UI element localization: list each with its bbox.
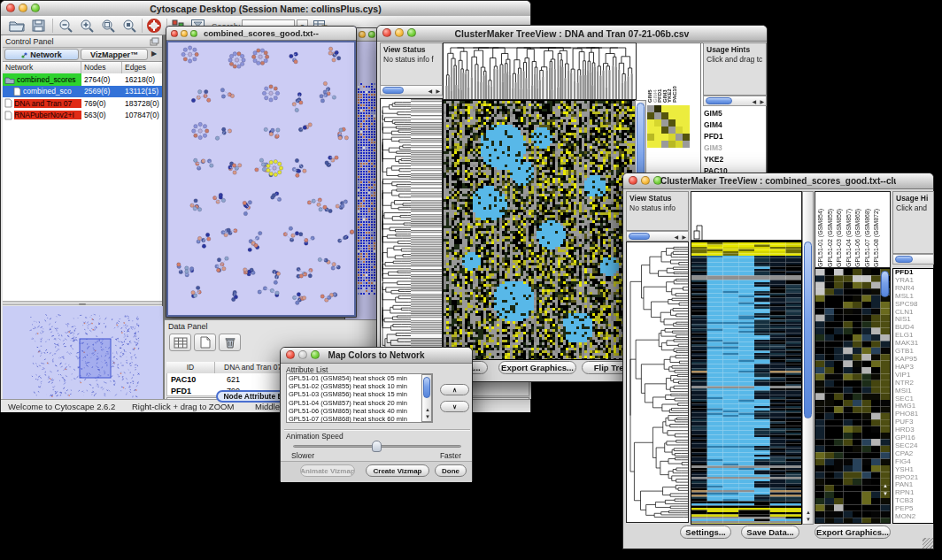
- heatmap-panel[interactable]: [691, 242, 802, 525]
- correlation-matrix-canvas[interactable]: [647, 105, 690, 148]
- column-dendrogram-canvas[interactable]: [691, 192, 801, 240]
- zoom-button[interactable]: [190, 30, 197, 37]
- col-edges[interactable]: Edges: [122, 62, 162, 73]
- col-network[interactable]: Network: [3, 62, 81, 73]
- usage-hints-hscrollbar[interactable]: ◀ ▶: [703, 96, 767, 106]
- close-button[interactable]: [286, 350, 295, 359]
- detail-heatmap-canvas[interactable]: [815, 269, 890, 523]
- scroll-up-arrow[interactable]: ▲: [425, 407, 430, 412]
- row-dendrogram-canvas[interactable]: [627, 242, 688, 522]
- row-dendrogram-panel[interactable]: [380, 98, 443, 358]
- animate-vizmap-button[interactable]: Animate Vizmap: [300, 464, 355, 477]
- done-button[interactable]: Done: [435, 464, 467, 477]
- close-button[interactable]: [382, 28, 391, 37]
- col-nodes[interactable]: Nodes: [81, 62, 122, 73]
- network-row-4[interactable]: RNAPuberNov2+I563(0)107847(0): [3, 110, 162, 122]
- zoom-button[interactable]: [368, 31, 375, 38]
- minimize-button[interactable]: [19, 4, 27, 12]
- row-label-YKE2[interactable]: YKE2: [701, 154, 767, 165]
- hscrollbar-thumb[interactable]: [382, 87, 404, 94]
- tab-vizmapper[interactable]: VizMapper™: [81, 49, 148, 60]
- new-attribute-button[interactable]: [194, 334, 216, 351]
- attribute-list-vscrollbar[interactable]: ▲ ▼: [421, 374, 432, 422]
- close-button[interactable]: [6, 4, 15, 12]
- vscrollbar-thumb[interactable]: [804, 242, 812, 418]
- network-row-2[interactable]: combined_sco2569(6)13112(15): [3, 86, 162, 98]
- zoom-out-icon[interactable]: [58, 18, 74, 34]
- close-button[interactable]: [629, 176, 637, 185]
- network-window-titlebar[interactable]: combined_scores_good.txt--cluste...: [166, 27, 356, 41]
- treeview-dna-titlebar[interactable]: ClusterMaker TreeView : DNA and Tran 07-…: [377, 26, 767, 42]
- save-icon[interactable]: [31, 19, 47, 33]
- column-label-GPL51-01[interactable]: GPL51-01 (GSM854): [817, 192, 827, 267]
- column-label-GPL51-07[interactable]: GPL51-07 (GSM868): [864, 192, 874, 267]
- export-graphics-button[interactable]: Export Graphics...: [498, 361, 576, 374]
- heatmap-vscrollbar[interactable]: ▲ ▼: [802, 191, 814, 525]
- row-label-PFD1[interactable]: PFD1: [701, 131, 767, 142]
- hscrollbar-thumb[interactable]: [706, 97, 732, 104]
- minimize-button[interactable]: [641, 176, 650, 185]
- heatmap-panel[interactable]: [443, 100, 637, 360]
- column-label-GPL51-04[interactable]: GPL51-04 (GSM857): [845, 192, 855, 267]
- resize-grip[interactable]: [923, 538, 933, 548]
- row-label-GIM4[interactable]: GIM4: [701, 119, 767, 131]
- row-dendrogram-canvas[interactable]: [381, 99, 442, 357]
- minimize-button[interactable]: [359, 31, 366, 38]
- attribute-item-4[interactable]: GPL51-04 (GSM857) heat shock 20 min: [287, 399, 432, 407]
- scroll-up-arrow[interactable]: ▲: [806, 510, 811, 515]
- attribute-item-6[interactable]: GPL51-07 (GSM868) heat shock 60 min: [287, 415, 432, 423]
- detail-vscrollbar-thumb[interactable]: [881, 271, 889, 297]
- view-status-hscrollbar[interactable]: ◀ ▶: [380, 85, 443, 96]
- delete-attribute-button[interactable]: [219, 334, 241, 351]
- scroll-left-arrow[interactable]: ◀: [428, 88, 432, 94]
- column-dendrogram-panel[interactable]: [443, 42, 637, 100]
- scroll-right-arrow[interactable]: ▶: [760, 99, 764, 104]
- column-label-GPL51-03[interactable]: GPL51-03 (GSM856): [836, 192, 845, 267]
- main-titlebar[interactable]: Cytoscape Desktop (Session Name: collins…: [1, 1, 530, 17]
- create-vizmap-button[interactable]: Create Vizmap: [366, 464, 429, 477]
- data-col-id[interactable]: ID: [166, 362, 215, 373]
- move-up-button[interactable]: ∧: [440, 384, 469, 395]
- scroll-left-arrow[interactable]: ◀: [674, 234, 678, 240]
- detail-heatmap-panel[interactable]: [815, 268, 891, 524]
- scroll-down-arrow[interactable]: ▼: [806, 517, 811, 522]
- vscrollbar-thumb[interactable]: [423, 377, 430, 398]
- zoom-fit-icon[interactable]: [100, 18, 117, 34]
- attribute-select-button[interactable]: [169, 334, 191, 351]
- scroll-right-arrow[interactable]: ▶: [682, 234, 686, 240]
- attribute-item-5[interactable]: GPL51-06 (GSM865) heat shock 40 min: [287, 407, 432, 415]
- heatmap-canvas[interactable]: [691, 242, 801, 524]
- float-panel-icon[interactable]: [150, 37, 159, 46]
- open-file-icon[interactable]: [8, 19, 26, 33]
- treeview-combined-titlebar[interactable]: ClusterMaker TreeView : combined_scores_…: [623, 173, 933, 189]
- column-dendrogram-panel[interactable]: [691, 191, 802, 242]
- attribute-item-3[interactable]: GPL51-03 (GSM856) heat shock 15 min: [287, 390, 432, 398]
- move-down-button[interactable]: ∨: [440, 401, 469, 412]
- scroll-down-arrow[interactable]: ▼: [883, 491, 888, 496]
- view-status-hscrollbar[interactable]: ◀ ▶: [626, 231, 689, 242]
- network-view-canvas[interactable]: [168, 42, 354, 315]
- hscrollbar-thumb[interactable]: [895, 256, 913, 263]
- column-label-PFD1[interactable]: PFD1: [657, 46, 662, 103]
- scroll-up-arrow[interactable]: ▲: [883, 483, 888, 488]
- zoom-selected-icon[interactable]: [121, 18, 138, 34]
- attribute-item-2[interactable]: GPL51-02 (GSM855) heat shock 10 min: [287, 382, 432, 390]
- minimize-button[interactable]: [181, 30, 188, 37]
- slider-thumb[interactable]: [372, 441, 382, 452]
- row-label-GIM5[interactable]: GIM5: [701, 108, 767, 119]
- panel-splitter[interactable]: [3, 301, 162, 305]
- column-label-PAC10[interactable]: PAC10: [672, 46, 677, 103]
- heatmap-canvas[interactable]: [444, 101, 636, 359]
- column-label-GPL51-02[interactable]: GPL51-02 (GSM855): [827, 192, 837, 267]
- network-row-1[interactable]: combined_scores2764(0)16218(0): [3, 73, 162, 86]
- network-overview-canvas[interactable]: [3, 306, 161, 399]
- dialog-titlebar[interactable]: Map Colors to Network: [281, 348, 472, 364]
- zoom-in-icon[interactable]: [79, 18, 96, 34]
- scroll-right-arrow[interactable]: ▶: [436, 88, 440, 94]
- animation-speed-slider[interactable]: [293, 445, 461, 448]
- gene-label-MON2[interactable]: MON2: [893, 513, 933, 521]
- export-graphics-button[interactable]: Export Graphics...: [815, 525, 891, 539]
- scroll-left-arrow[interactable]: ◀: [752, 99, 756, 104]
- tab-overflow-arrow[interactable]: ▶: [151, 50, 157, 58]
- help-lifesaver-icon[interactable]: [146, 18, 163, 34]
